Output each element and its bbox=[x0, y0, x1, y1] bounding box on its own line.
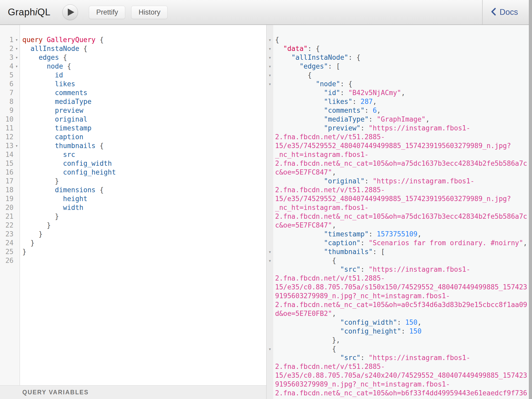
line-number: 20 bbox=[0, 203, 14, 212]
fold-arrow-icon[interactable]: ▾ bbox=[14, 141, 20, 150]
fold-arrow-icon[interactable]: ▾ bbox=[267, 53, 273, 62]
query-variables-title: QUERY VARIABLES bbox=[22, 389, 89, 396]
code-line: ▾ { bbox=[267, 344, 532, 353]
line-number: 11 bbox=[0, 124, 14, 132]
code-text: "config_height": 150 bbox=[273, 327, 422, 336]
code-line: 2.fna.fbcdn.net/v/t51.2885- bbox=[267, 362, 532, 371]
docs-link[interactable]: Docs bbox=[482, 0, 532, 24]
code-text: 15/e35/74529552_480407449499885_15742391… bbox=[273, 141, 511, 150]
line-number: 19 bbox=[0, 194, 14, 203]
code-text: d&oe=5E7E0FB2", bbox=[273, 397, 336, 399]
fold-arrow-icon[interactable]: ▾ bbox=[14, 62, 20, 71]
code-text: } bbox=[20, 238, 35, 247]
code-text: id bbox=[20, 71, 63, 79]
code-line: _nc_ht=instagram.fbos1- bbox=[267, 150, 532, 159]
code-text: "timestamp": 1573755109, bbox=[273, 230, 422, 238]
fold-gutter-slot bbox=[267, 300, 273, 309]
fold-gutter-slot bbox=[267, 212, 273, 221]
code-line: ▾ "data": { bbox=[267, 44, 532, 53]
fold-gutter-slot bbox=[267, 106, 273, 115]
code-text: dimensions { bbox=[20, 185, 104, 194]
code-line: 12 caption bbox=[0, 132, 266, 141]
code-line: 18 dimensions { bbox=[0, 185, 266, 194]
editor-split: 1▾query GalleryQuery {2▾ allInstaNode {3… bbox=[0, 25, 532, 399]
fold-arrow-icon[interactable]: ▾ bbox=[267, 44, 273, 53]
code-text: c&oe=5E7FC847", bbox=[273, 221, 336, 230]
line-number: 21 bbox=[0, 212, 14, 221]
code-line: 2.fna.fbcdn.net&_nc_cat=105&oh=a75dc1637… bbox=[267, 159, 532, 168]
code-line: 19 height bbox=[0, 194, 266, 203]
code-text: likes bbox=[20, 79, 75, 88]
fold-arrow-icon[interactable]: ▾ bbox=[267, 62, 273, 71]
code-line: 15/e35/74529552_480407449499885_15742391… bbox=[267, 141, 532, 150]
page-scrollbar[interactable] bbox=[529, 0, 532, 399]
prettify-button[interactable]: Prettify bbox=[89, 6, 125, 19]
code-text: "original": "https://instagram.fbos1- bbox=[273, 177, 474, 185]
fold-arrow-icon[interactable]: ▾ bbox=[14, 44, 20, 53]
code-text: "config_width": 150, bbox=[273, 318, 422, 327]
fold-arrow-icon[interactable]: ▾ bbox=[267, 79, 273, 88]
code-line: 9 preview bbox=[0, 106, 266, 115]
code-text: 2.fna.fbcdn.net/v/t51.2885- bbox=[273, 132, 385, 141]
fold-gutter-slot bbox=[267, 309, 273, 318]
chevron-left-icon bbox=[490, 8, 496, 17]
line-number: 2 bbox=[0, 44, 14, 53]
code-line: d&oe=5E7E0FB2", bbox=[267, 397, 532, 399]
line-number: 5 bbox=[0, 71, 14, 79]
code-line: 24 } bbox=[0, 238, 266, 247]
code-line: 3▾ edges { bbox=[0, 53, 266, 62]
code-text: { bbox=[273, 71, 312, 79]
code-line: 15 config_width bbox=[0, 159, 266, 168]
code-line: 4▾ node { bbox=[0, 62, 266, 71]
code-text: thumbnails { bbox=[20, 141, 104, 150]
code-line: 2.fna.fbcdn.net&_nc_cat=105&oh=a0c5f34d6… bbox=[267, 300, 532, 309]
code-text: _nc_ht=instagram.fbos1- bbox=[273, 150, 369, 159]
code-text: { bbox=[273, 344, 336, 353]
line-number: 10 bbox=[0, 115, 14, 124]
fold-arrow-icon[interactable]: ▾ bbox=[267, 247, 273, 256]
fold-gutter-slot bbox=[267, 371, 273, 380]
execute-query-button[interactable] bbox=[62, 4, 78, 20]
fold-gutter-slot bbox=[267, 265, 273, 274]
query-editor[interactable]: 1▾query GalleryQuery {2▾ allInstaNode {3… bbox=[0, 25, 266, 385]
fold-gutter-slot bbox=[267, 221, 273, 230]
fold-arrow-icon[interactable]: ▾ bbox=[14, 53, 20, 62]
code-line: 25} bbox=[0, 247, 266, 256]
code-line: "caption": "Scenarios far from ordinary.… bbox=[267, 238, 532, 247]
history-button[interactable]: History bbox=[131, 6, 168, 19]
code-line: 10 original bbox=[0, 115, 266, 124]
result-viewer[interactable]: ▾{▾ "data": {▾ "allInstaNode": {▾ "edges… bbox=[266, 25, 532, 399]
code-line: "config_width": 150, bbox=[267, 318, 532, 327]
fold-gutter-slot bbox=[267, 283, 273, 291]
code-text: "caption": "Scenarios far from ordinary.… bbox=[273, 238, 527, 247]
query-variables-header[interactable]: QUERY VARIABLES bbox=[0, 385, 266, 399]
fold-arrow-icon[interactable]: ▾ bbox=[267, 71, 273, 79]
code-text: "mediaType": "GraphImage", bbox=[273, 115, 430, 124]
code-text: node { bbox=[20, 62, 71, 71]
fold-arrow-icon[interactable]: ▾ bbox=[267, 256, 273, 265]
fold-arrow-icon[interactable]: ▾ bbox=[267, 344, 273, 353]
code-line: "src": "https://instagram.fbos1- bbox=[267, 265, 532, 274]
fold-arrow-icon[interactable]: ▾ bbox=[14, 35, 20, 44]
fold-gutter-slot bbox=[267, 336, 273, 344]
fold-gutter-slot bbox=[267, 150, 273, 159]
code-text: { bbox=[273, 35, 279, 44]
code-text: height bbox=[20, 194, 87, 203]
code-text: config_height bbox=[20, 168, 116, 177]
line-number: 24 bbox=[0, 238, 14, 247]
fold-arrow-icon[interactable]: ▾ bbox=[267, 35, 273, 44]
code-text: "id": "B42v5NjACmy", bbox=[273, 88, 405, 97]
code-line: 1▾query GalleryQuery { bbox=[0, 35, 266, 44]
line-number: 6 bbox=[0, 79, 14, 88]
code-line: "comments": 6, bbox=[267, 106, 532, 115]
query-pane: 1▾query GalleryQuery {2▾ allInstaNode {3… bbox=[0, 25, 266, 399]
code-text: "allInstaNode": { bbox=[273, 53, 361, 62]
code-line: "likes": 287, bbox=[267, 97, 532, 106]
code-line: ▾ { bbox=[267, 256, 532, 265]
code-line: 20 width bbox=[0, 203, 266, 212]
code-text: 15/e35/c0.88.705.705a/s240x240/74529552_… bbox=[273, 371, 527, 380]
code-text: timestamp bbox=[20, 124, 91, 132]
line-number: 4 bbox=[0, 62, 14, 71]
code-line: ▾ "node": { bbox=[267, 79, 532, 88]
code-line: "id": "B42v5NjACmy", bbox=[267, 88, 532, 97]
